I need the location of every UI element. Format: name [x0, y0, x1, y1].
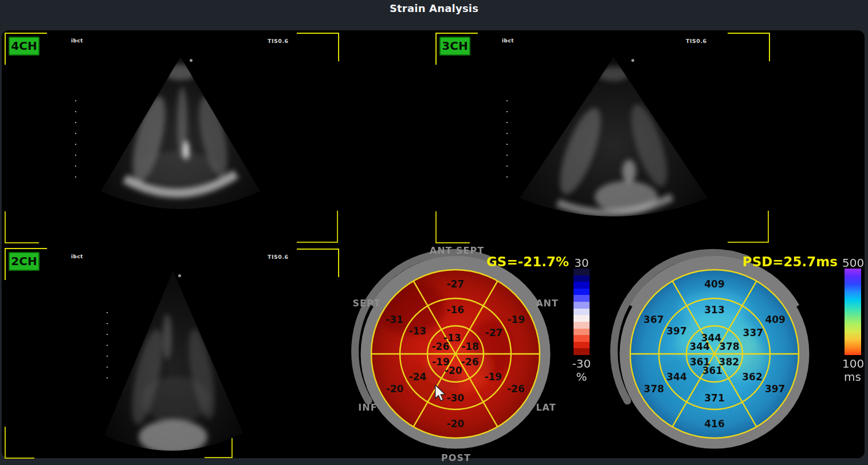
depth-marker-dots	[75, 100, 76, 178]
frame-bracket	[435, 211, 470, 243]
gs-colorbar-min: -30	[571, 357, 592, 371]
psd-value-header: PSD=25.7ms	[710, 254, 838, 269]
view-label-chip: 2CH	[9, 252, 40, 271]
gs-colorbar-max: 30	[573, 256, 590, 270]
psd-colorbar-max: 500	[842, 256, 863, 270]
frame-bracket	[5, 427, 34, 459]
gs-value-header: GS=-21.7%	[453, 254, 569, 269]
vendor-logo: ibct	[71, 38, 83, 44]
ultrasound-fan-4ch	[92, 54, 269, 216]
ultrasound-fan-2ch	[99, 268, 262, 458]
vendor-logo: ibct	[502, 38, 514, 44]
page-title: Strain Analysis	[0, 2, 868, 14]
psd-colorbar-unit: ms	[843, 370, 862, 384]
frame-bracket	[297, 211, 338, 243]
thermal-index-label: TIS0.6	[268, 38, 289, 44]
view-label-chip: 3CH	[439, 37, 470, 56]
region-label-lat: LAT	[523, 402, 569, 413]
gs-bullseye-plot	[341, 239, 570, 465]
region-label-sept: SEPT	[344, 298, 390, 309]
psd-colorbar	[845, 269, 861, 355]
region-label-post: POST	[433, 452, 479, 463]
strain-analysis-screen: Strain Analysis 4CH ibct TIS0.6	[0, 0, 868, 465]
mouse-cursor	[434, 385, 447, 402]
frame-bracket	[297, 33, 339, 61]
title-bar: Strain Analysis	[0, 0, 868, 30]
frame-bracket	[297, 249, 339, 277]
frame-bracket	[728, 33, 770, 61]
thermal-index-label: TIS0.6	[268, 254, 289, 260]
region-label-ant: ANT	[524, 298, 570, 309]
gs-colorbar-unit: %	[574, 370, 590, 384]
psd-bullseye-plot	[600, 239, 829, 465]
frame-bracket	[5, 211, 39, 243]
psd-colorbar-min: 100	[842, 357, 863, 371]
ultrasound-fan-3ch	[512, 54, 709, 229]
depth-marker-dots	[506, 100, 508, 178]
view-label-chip: 4CH	[9, 37, 40, 56]
region-label-inf: INF	[345, 402, 391, 413]
gs-colorbar	[574, 269, 590, 355]
frame-bracket	[728, 211, 769, 243]
thermal-index-label: TIS0.6	[686, 38, 707, 44]
vendor-logo: ibct	[71, 254, 83, 259]
